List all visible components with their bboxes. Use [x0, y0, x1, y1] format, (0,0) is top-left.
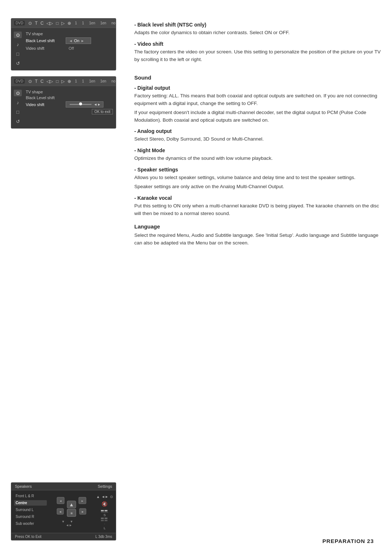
icon-display: □	[56, 21, 58, 26]
dvd-label-1: DVD	[14, 21, 25, 25]
dvd-label-2: DVD	[14, 79, 25, 84]
sidebar-icon-1: ⊙	[14, 32, 22, 38]
footer-left-text: Press OK to Exit	[15, 535, 41, 539]
s2-menu-label-blacklevel: Black Level shift	[26, 96, 66, 100]
level-bar-row-3	[101, 520, 108, 521]
spacer	[11, 134, 123, 382]
screen2-numbers: 1 1 1en 1en no off	[75, 79, 116, 83]
num-4: 1en	[100, 21, 106, 25]
slider-track	[70, 104, 91, 105]
s2-menu-row-tvshape: TV shape	[26, 90, 113, 94]
icon-play: ▷	[61, 21, 65, 26]
footer-right-text: L 3db 3ms	[95, 535, 112, 539]
bar-3b	[105, 520, 107, 521]
sidebar-icon-3: □	[14, 50, 22, 57]
sound-heading: Sound	[134, 74, 381, 81]
screen2-icon-row: ⊙ T C ◁▷ □ ▷ ⊕	[28, 79, 71, 84]
icon-display-2: □	[56, 79, 58, 84]
menu-row-tvshape: TV shape	[26, 32, 113, 36]
icon-audio: ◁▷	[46, 21, 53, 26]
vol-icon: ▲	[96, 495, 100, 499]
video-shift-text: The factory centers the video on your sc…	[134, 48, 381, 64]
analog-output-heading: - Analog output	[134, 128, 381, 134]
night-mode-text: Optimizes the dynamics of the sound with…	[134, 155, 381, 162]
svg-text:■: ■	[70, 511, 73, 515]
blacklevel-value: On	[74, 39, 79, 43]
level-dot-label: ·	[101, 522, 108, 526]
menu-row-videoshift: Video shift Off	[26, 45, 113, 51]
slider-thumb	[79, 102, 82, 105]
num-2: 1	[82, 21, 84, 25]
s2-num-5: no	[111, 79, 115, 83]
delay-icon: ⊙	[110, 495, 113, 499]
ok-exit-btn: OK to exit	[92, 109, 113, 114]
s2-menu-label-videoshift: Video shift	[26, 102, 66, 107]
svg-text:►: ►	[81, 510, 85, 514]
num-1: 1	[75, 21, 77, 25]
icon-play-2: ▷	[61, 79, 65, 84]
screen1-menu: TV shape Black Level shift ◄ On ► Video …	[24, 30, 116, 68]
speaker-item-surroundr: Surround R	[14, 514, 47, 519]
s2-sidebar-icon-4: ↺	[14, 118, 22, 125]
screen2-body: ⊙ ♪ □ ↺ TV shape Black Level shift Video…	[11, 86, 116, 128]
balance-icon: ◄►	[101, 495, 109, 499]
videoshift-value-off: Off	[66, 45, 77, 51]
speakers-diagram: ◄ ► ▲ ■ ◄	[50, 493, 93, 530]
screen1-sidebar: ⊙ ♪ □ ↺	[11, 30, 24, 68]
s2-num-1: 1	[75, 79, 77, 83]
screen1-topbar: DVD ⊙ T C ◁▷ □ ▷ ⊕ 1 1 1en 1en no off	[11, 19, 116, 28]
s2-menu-label-tvshape: TV shape	[26, 90, 66, 94]
arrow-lr-icon: ◄►	[94, 102, 101, 106]
karaoke-vocal-heading: - Karaoke vocal	[134, 195, 381, 201]
s2-num-4: 1en	[100, 79, 106, 83]
icon-settings: ⊙	[28, 21, 32, 26]
level-bar-row-1	[101, 510, 108, 511]
s2-sidebar-icon-2: ♪	[14, 99, 22, 106]
night-mode-heading: - Night Mode	[134, 147, 381, 153]
icon-settings-2: ⊙	[28, 79, 32, 84]
screen2-topbar: DVD ⊙ T C ◁▷ □ ▷ ⊕ 1 1 1en 1en no off	[11, 77, 116, 86]
screen2-menu: TV shape Black Level shift Video shift ◄…	[24, 88, 116, 126]
ok-exit-row: OK to exit	[26, 109, 113, 114]
karaoke-vocal-text: Put this setting to ON only when a multi…	[134, 202, 381, 218]
speakers-screen: Speakers Settings Front L & R Centre Sur…	[11, 482, 116, 540]
bar-3a	[101, 520, 104, 521]
menu-value-blacklevel: ◄ On ►	[66, 37, 91, 44]
speakers-header-right: Settings	[98, 484, 112, 489]
dvd-screen-1: DVD ⊙ T C ◁▷ □ ▷ ⊕ 1 1 1en 1en no off	[11, 18, 116, 70]
digital-output-heading: - Digital output	[134, 85, 381, 91]
digital-output-text1: Factory setting: ALL. This means that bo…	[134, 92, 381, 108]
bar-2a	[101, 518, 104, 519]
arrow-right-icon: ►	[81, 39, 85, 43]
menu-label-videoshift: Video shift	[26, 46, 66, 50]
icon-audio-2: ◁▷	[46, 79, 53, 84]
icon-channel-2: C	[40, 79, 44, 84]
left-column: DVD ⊙ T C ◁▷ □ ▷ ⊕ 1 1 1en 1en no off	[11, 15, 123, 540]
s2-num-2: 1	[82, 79, 84, 83]
num-5: no	[111, 21, 115, 25]
screen1-icon-row: ⊙ T C ◁▷ □ ▷ ⊕	[28, 21, 71, 26]
videoshift-slider: ◄►	[66, 101, 103, 108]
speakers-header-left: Speakers	[15, 484, 32, 489]
level-bar-row-2	[101, 518, 108, 519]
video-shift-heading: - Video shift	[134, 41, 381, 47]
speaker-settings-text2: Speaker settings are only active on the …	[134, 183, 381, 191]
speakers-list: Front L & R Centre Surround L Surround R…	[14, 493, 47, 530]
speaker-settings-heading: - Speaker settings	[134, 167, 381, 173]
page-footer: PREPARATION 23	[322, 538, 374, 544]
speaker-item-surroundl: Surround L	[14, 507, 47, 513]
svg-text:◄: ◄	[59, 510, 62, 514]
menu-row-blacklevel: Black Level shift ◄ On ►	[26, 37, 113, 44]
svg-text:▼: ▼	[62, 520, 65, 523]
menu-label-blacklevel: Black Level shift	[26, 39, 66, 43]
s2-sidebar-icon-1: ⊙	[14, 90, 22, 96]
icon-text: T	[35, 21, 37, 26]
mute-icon: 🔇	[102, 501, 107, 507]
language-text: Select the required Menu, Audio and Subt…	[134, 232, 381, 247]
analog-output-text: Select Stereo, Dolby Surround, 3D Sound …	[134, 135, 381, 143]
s2-menu-row-videoshift: Video shift ◄►	[26, 101, 113, 108]
arrow-left-icon: ◄	[69, 39, 73, 43]
icon-channel: C	[40, 21, 44, 26]
level-l-label: L	[101, 526, 108, 530]
bar-active2	[105, 510, 107, 511]
